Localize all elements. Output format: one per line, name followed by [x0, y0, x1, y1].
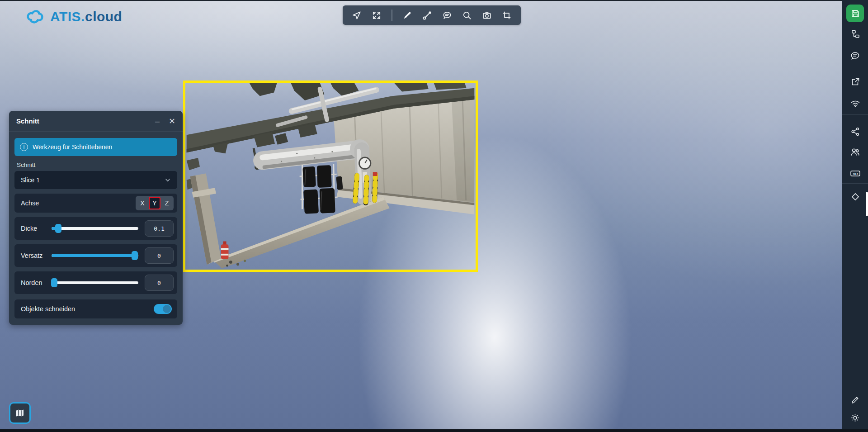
fullscreen-expand-icon[interactable]	[372, 10, 382, 20]
slider-track	[52, 227, 138, 230]
axis-label: Achse	[21, 199, 39, 207]
navigate-cursor-icon[interactable]	[352, 10, 362, 20]
toolbar-divider	[392, 9, 392, 21]
cut-objects-row: Objekte schneiden	[14, 299, 177, 318]
paintbrush-icon[interactable]	[402, 10, 412, 20]
slice-tool-button[interactable]	[842, 191, 868, 202]
pointcloud-render	[185, 83, 476, 270]
minimap-button[interactable]	[9, 402, 31, 424]
sidebar-divider	[842, 114, 868, 115]
settings-button[interactable]	[842, 413, 868, 423]
top-edge	[0, 0, 868, 1]
cut-objects-label: Objekte schneiden	[21, 305, 75, 313]
external-link-icon	[850, 77, 860, 87]
toggle-knob	[163, 305, 171, 313]
save-floppy-icon	[850, 9, 860, 19]
offset-value[interactable]: 0	[145, 247, 174, 264]
panel-title: Schnitt	[16, 117, 39, 125]
offset-slider[interactable]	[52, 251, 138, 260]
vr-button[interactable]: VR	[842, 168, 868, 178]
slice-panel-header: Schnitt – ✕	[9, 111, 183, 132]
right-sidebar: VR	[842, 0, 868, 432]
comments-bubble-icon	[850, 51, 860, 61]
thickness-label: Dicke	[21, 225, 50, 232]
search-magnifier-icon[interactable]	[462, 10, 472, 20]
north-value[interactable]: 0	[145, 275, 174, 291]
save-button[interactable]	[846, 5, 864, 22]
brand-name: ATIS.cloud	[50, 9, 122, 24]
slice-section-label: Schnitt	[17, 161, 183, 168]
slice-diamond-icon	[850, 191, 861, 202]
close-button[interactable]: ✕	[169, 117, 175, 125]
share-nodes-icon	[850, 127, 860, 137]
comments-button[interactable]	[842, 51, 868, 61]
sidebar-divider	[842, 69, 868, 69]
pointcloud-selection-box[interactable]	[183, 81, 478, 272]
tree-structure-button[interactable]	[842, 29, 868, 39]
map-icon	[14, 408, 25, 418]
bottom-edge	[0, 429, 868, 432]
vr-badge-icon: VR	[849, 168, 861, 178]
thickness-value[interactable]: 0.1	[145, 220, 174, 237]
slice-panel: Schnitt – ✕ i Werkzeug für Schnittebenen…	[9, 111, 183, 325]
thickness-slider-row: Dicke 0.1	[14, 217, 177, 240]
north-slider-row: Norden 0	[14, 271, 177, 294]
slice-selected-value: Slice 1	[21, 176, 40, 184]
external-link-button[interactable]	[842, 77, 868, 87]
minimize-button[interactable]: –	[155, 117, 160, 125]
edit-button[interactable]	[842, 394, 868, 404]
app-screen: ATIS.cloud	[0, 0, 868, 432]
svg-text:VR: VR	[853, 172, 858, 176]
thickness-slider[interactable]	[52, 224, 138, 233]
slider-track	[52, 281, 138, 284]
axis-x-button[interactable]: X	[137, 197, 148, 209]
users-button[interactable]	[842, 147, 868, 157]
slice-select-dropdown[interactable]: Slice 1	[14, 171, 177, 189]
info-banner: i Werkzeug für Schnittebenen	[14, 138, 177, 156]
panel-controls: – ✕	[155, 117, 175, 125]
sidebar-divider	[842, 183, 868, 184]
offset-label: Versatz	[21, 252, 50, 259]
chevron-down-icon	[165, 177, 171, 183]
comment-bubble-icon[interactable]	[442, 10, 452, 20]
tree-structure-icon	[850, 29, 860, 39]
main-toolbar	[343, 5, 521, 25]
axis-button-group: X Y Z	[136, 196, 174, 210]
wifi-icon	[850, 99, 861, 109]
slider-thumb[interactable]	[132, 251, 138, 260]
slider-thumb[interactable]	[51, 278, 57, 287]
axis-row: Achse X Y Z	[14, 194, 177, 213]
north-slider[interactable]	[52, 278, 138, 287]
brand-logo: ATIS.cloud	[25, 9, 122, 24]
share-button[interactable]	[842, 127, 868, 137]
axis-y-button[interactable]: Y	[149, 197, 160, 209]
info-icon: i	[20, 143, 28, 151]
slider-thumb[interactable]	[55, 224, 61, 233]
users-icon	[850, 147, 860, 157]
cut-objects-toggle[interactable]	[154, 304, 172, 314]
slider-fill	[52, 254, 135, 257]
settings-gear-icon	[850, 413, 860, 423]
sidebar-scrollbar-thumb[interactable]	[866, 192, 868, 216]
wifi-button[interactable]	[842, 99, 868, 109]
north-label: Norden	[21, 279, 50, 286]
axis-z-button[interactable]: Z	[161, 197, 173, 209]
info-banner-text: Werkzeug für Schnittebenen	[33, 143, 112, 151]
cloud-logo-icon	[25, 9, 46, 24]
camera-screenshot-icon[interactable]	[482, 10, 492, 20]
measure-line-icon[interactable]	[422, 10, 432, 20]
crop-icon[interactable]	[502, 10, 512, 20]
offset-slider-row: Versatz 0	[14, 244, 177, 267]
edit-pencil-icon	[850, 394, 860, 404]
